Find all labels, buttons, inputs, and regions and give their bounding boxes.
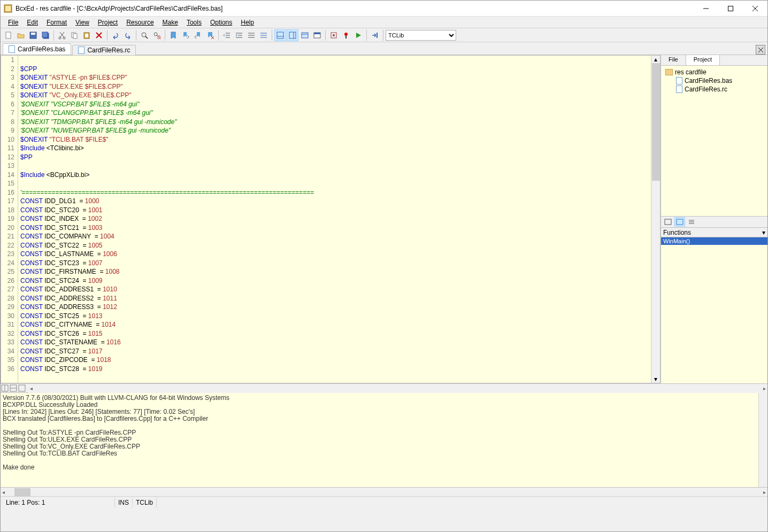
run-icon[interactable] — [352, 29, 364, 41]
menu-view[interactable]: View — [71, 18, 94, 27]
menu-format[interactable]: Format — [42, 18, 71, 27]
side-tab-file[interactable]: File — [661, 55, 686, 65]
redo-icon[interactable] — [122, 29, 134, 41]
compiler-select[interactable]: TCLib — [386, 30, 456, 41]
scroll-down-icon[interactable]: ▾ — [651, 375, 660, 383]
toggle-output-icon[interactable] — [274, 29, 286, 41]
svg-rect-40 — [289, 32, 296, 38]
step-icon[interactable] — [369, 29, 381, 41]
stop-icon[interactable] — [340, 29, 352, 41]
bookmark-icon[interactable] — [167, 29, 179, 41]
tree-root[interactable]: res cardfile — [665, 68, 765, 76]
code-editor[interactable]: 1234567891011121314151617181920212223242… — [1, 55, 661, 383]
menu-edit[interactable]: Edit — [22, 18, 42, 27]
tab-cardfileres-bas[interactable]: CardFileRes.bas — [3, 43, 71, 55]
paste-icon[interactable] — [81, 29, 93, 41]
function-toolbar — [661, 216, 767, 228]
file-icon — [9, 45, 15, 53]
toolbar-separator — [325, 30, 326, 41]
output-scrollbar-vertical[interactable] — [758, 393, 767, 487]
svg-rect-8 — [31, 33, 35, 35]
maximize-button[interactable] — [718, 1, 743, 17]
functions-header[interactable]: Functions ▾ — [661, 228, 767, 237]
new-file-icon[interactable] — [3, 29, 14, 41]
chevron-down-icon[interactable]: ▾ — [762, 229, 765, 236]
cut-icon[interactable] — [56, 29, 68, 41]
bookmark-next-icon[interactable] — [180, 29, 191, 41]
tree-file-bas[interactable]: CardFileRes.bas — [676, 76, 765, 85]
menu-help[interactable]: Help — [236, 18, 258, 27]
open-folder-icon[interactable] — [15, 29, 27, 41]
svg-rect-1 — [5, 6, 11, 11]
svg-rect-52 — [79, 47, 85, 54]
side-panel: File Project res cardfile CardFileRes.ba… — [661, 55, 767, 383]
close-split-icon[interactable] — [18, 384, 26, 392]
svg-rect-64 — [19, 385, 25, 391]
svg-rect-55 — [665, 219, 671, 225]
delete-icon[interactable] — [93, 29, 105, 41]
side-tab-project[interactable]: Project — [686, 55, 720, 65]
toolbar-separator — [165, 30, 165, 41]
tab-cardfileres-rc[interactable]: CardFileRes.rc — [72, 45, 136, 55]
view-list-icon[interactable] — [686, 217, 697, 227]
svg-rect-45 — [314, 33, 320, 34]
function-item-winmain[interactable]: WinMain() — [661, 237, 767, 245]
scroll-thumb[interactable] — [14, 488, 30, 496]
svg-text:ab: ab — [157, 33, 161, 40]
undo-icon[interactable] — [110, 29, 121, 41]
scroll-right-icon[interactable]: ▸ — [763, 489, 766, 495]
minimize-button[interactable] — [694, 1, 718, 17]
indent-icon[interactable] — [233, 29, 245, 41]
close-tab-icon[interactable] — [756, 45, 765, 55]
toolbar: ab TCLib — [1, 28, 767, 42]
bookmark-prev-icon[interactable] — [192, 29, 204, 41]
tree-file-rc[interactable]: CardFileRes.rc — [676, 85, 765, 94]
compile-icon[interactable] — [328, 29, 340, 41]
scroll-up-icon[interactable]: ▴ — [651, 56, 660, 63]
save-all-icon[interactable] — [40, 29, 51, 41]
editor-scrollbar-horizontal[interactable]: ◂ ▸ — [28, 384, 767, 393]
find-replace-icon[interactable]: ab — [151, 29, 163, 41]
menu-resource[interactable]: Resource — [122, 18, 158, 27]
project-tree[interactable]: res cardfile CardFileRes.bas CardFileRes… — [661, 66, 767, 216]
toggle-project-icon[interactable] — [287, 29, 298, 41]
bookmark-clear-icon[interactable] — [204, 29, 216, 41]
toolbar-separator — [107, 30, 107, 41]
menu-make[interactable]: Make — [158, 18, 182, 27]
svg-point-48 — [344, 33, 348, 36]
window-icon[interactable] — [299, 29, 311, 41]
scroll-right-icon[interactable]: ▸ — [763, 385, 766, 391]
copy-icon[interactable] — [68, 29, 80, 41]
editor-scrollbar-vertical[interactable]: ▴ ▾ — [651, 56, 660, 383]
svg-point-47 — [333, 34, 335, 36]
scroll-left-icon[interactable]: ◂ — [30, 385, 33, 391]
close-button[interactable] — [743, 1, 767, 17]
find-icon[interactable] — [139, 29, 150, 41]
menu-options[interactable]: Options — [206, 18, 236, 27]
svg-rect-51 — [9, 46, 15, 53]
menu-project[interactable]: Project — [94, 18, 122, 27]
save-icon[interactable] — [27, 29, 39, 41]
dialog-icon[interactable] — [311, 29, 323, 41]
split-h-icon[interactable] — [10, 384, 18, 392]
toolbar-separator — [366, 30, 367, 41]
scroll-left-icon[interactable]: ◂ — [2, 489, 5, 495]
uncomment-icon[interactable] — [258, 29, 270, 41]
menubar: File Edit Format View Project Resource M… — [1, 17, 767, 28]
outdent-icon[interactable] — [221, 29, 233, 41]
view-large-icon[interactable] — [674, 217, 685, 227]
menu-file[interactable]: File — [4, 18, 22, 27]
output-panel[interactable]: Version 7.7.6 (08/30/2021) Built with LL… — [1, 393, 767, 488]
line-gutter: 1234567891011121314151617181920212223242… — [1, 56, 18, 383]
view-small-icon[interactable] — [663, 217, 673, 227]
functions-list[interactable]: WinMain() — [661, 237, 767, 383]
editor-bottom-bar: ◂ ▸ — [1, 383, 767, 393]
comment-icon[interactable] — [245, 29, 257, 41]
menu-tools[interactable]: Tools — [182, 18, 206, 27]
status-insert-mode: INS — [115, 497, 133, 508]
output-scrollbar-horizontal[interactable]: ◂ ▸ — [1, 488, 767, 497]
split-icon[interactable] — [1, 384, 9, 392]
code-area[interactable]: $CPP$ONEXIT "ASTYLE -pn $FILE$.CPP"$ONEX… — [18, 56, 651, 383]
svg-line-20 — [145, 36, 148, 38]
scroll-thumb[interactable] — [652, 63, 660, 181]
